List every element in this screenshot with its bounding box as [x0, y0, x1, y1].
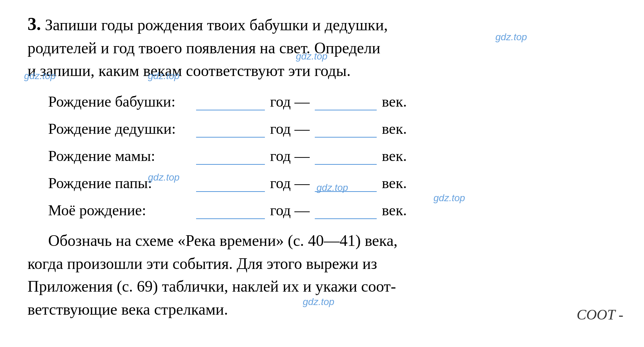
dedushka-vek-text: век. [382, 120, 407, 138]
page-container: 3. Запиши годы рождения твоих бабушки и … [0, 0, 644, 347]
dedushka-god-text: год — [270, 120, 310, 138]
moe-row: Моё рождение: год — век. [48, 202, 616, 219]
task-header: 3. Запиши годы рождения твоих бабушки и … [28, 14, 616, 83]
babushka-vek-text: век. [382, 93, 407, 110]
babushka-year-input[interactable] [196, 99, 265, 110]
bottom-right-label: COOT - [577, 306, 623, 323]
babushka-label: Рождение бабушки: [48, 93, 193, 110]
dedushka-century-input[interactable] [315, 127, 377, 138]
moe-label: Моё рождение: [48, 202, 193, 219]
moe-god-text: год — [270, 202, 310, 219]
babushka-god-text: год — [270, 93, 310, 110]
moe-year-input[interactable] [196, 208, 265, 219]
mama-year-input[interactable] [196, 154, 265, 165]
papa-label: Рождение папы: [48, 174, 193, 192]
papa-year-input[interactable] [196, 181, 265, 192]
mama-label: Рождение мамы: [48, 147, 193, 165]
mama-god-text: год — [270, 147, 310, 165]
mama-century-input[interactable] [315, 154, 377, 165]
moe-vek-text: век. [382, 202, 407, 219]
task-header-text: Запиши годы рождения твоих бабушки и дед… [28, 16, 388, 79]
second-paragraph: Обозначь на схеме «Река времени» (с. 40—… [28, 229, 616, 321]
dedushka-year-input[interactable] [196, 127, 265, 138]
task-number: 3. [28, 14, 41, 34]
babushka-century-input[interactable] [315, 99, 377, 110]
mama-row: Рождение мамы: год — век. [48, 147, 616, 165]
dedushka-row: Рождение дедушки: год — век. [48, 120, 616, 138]
papa-god-text: год — [270, 174, 310, 192]
papa-row: Рождение папы: год — век. [48, 174, 616, 192]
birth-rows-section: Рождение бабушки: год — век. Рождение де… [48, 93, 616, 219]
papa-century-input[interactable] [315, 181, 377, 192]
moe-century-input[interactable] [315, 208, 377, 219]
dedushka-label: Рождение дедушки: [48, 120, 193, 138]
mama-vek-text: век. [382, 147, 407, 165]
papa-vek-text: век. [382, 174, 407, 192]
babushka-row: Рождение бабушки: год — век. [48, 93, 616, 110]
